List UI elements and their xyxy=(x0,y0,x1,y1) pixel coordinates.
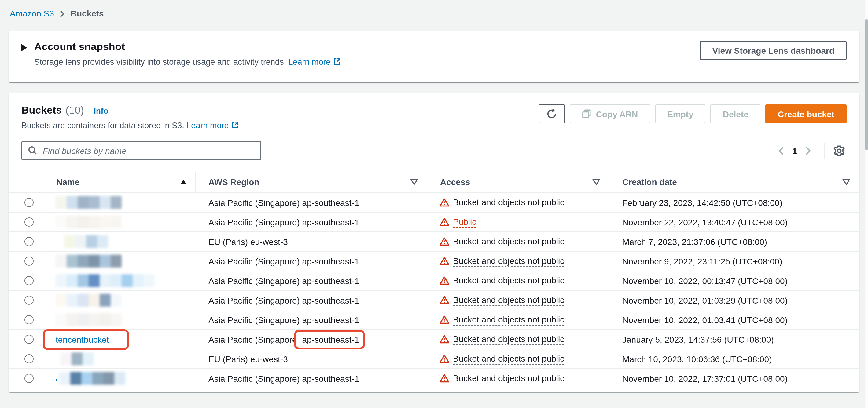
region-cell: Asia Pacific (Singapore) ap-southeast-1 xyxy=(195,217,427,227)
buckets-toolbar: Copy ARN Empty Delete Create bucket xyxy=(538,104,847,124)
row-select-cell xyxy=(9,374,43,383)
access-text[interactable]: Bucket and objects not public xyxy=(453,197,564,208)
next-page-button[interactable] xyxy=(801,143,815,158)
redacted-name xyxy=(56,255,122,268)
access-text[interactable]: Bucket and objects not public xyxy=(453,373,564,384)
redacted-name-wrap: . xyxy=(56,275,155,284)
table-header-row: Name AWS Region Access Creation dat xyxy=(9,172,859,193)
filter-icon[interactable] xyxy=(410,179,418,185)
empty-button[interactable]: Empty xyxy=(655,104,706,124)
column-header-aws-region[interactable]: AWS Region xyxy=(195,172,427,193)
info-link[interactable]: Info xyxy=(94,106,108,115)
scrollbar-thumb[interactable] xyxy=(865,19,868,150)
account-snapshot-description: Storage lens provides visibility into st… xyxy=(34,58,341,67)
row-select-cell xyxy=(9,354,43,364)
region-text: Asia Pacific (Singapore) ap-southeast-1 xyxy=(209,315,359,325)
region-cell: EU (Paris) eu-west-3 xyxy=(195,354,427,364)
buckets-description: Buckets are containers for data stored i… xyxy=(21,121,239,131)
external-link-icon xyxy=(231,121,239,131)
sort-ascending-icon[interactable] xyxy=(180,179,186,184)
create-bucket-button[interactable]: Create bucket xyxy=(766,104,847,124)
filter-icon[interactable] xyxy=(842,179,850,185)
row-radio-button[interactable] xyxy=(24,257,33,266)
search-input[interactable] xyxy=(43,146,254,156)
expand-caret-icon[interactable] xyxy=(21,44,27,51)
breadcrumb-amazon-s3-link[interactable]: Amazon S3 xyxy=(10,8,54,18)
bucket-name-link[interactable]: tencentbucket xyxy=(56,334,109,344)
access-text[interactable]: Bucket and objects not public xyxy=(453,275,564,286)
pagination: 1 xyxy=(774,143,847,159)
creation-date-cell: March 7, 2023, 21:37:06 (UTC+08:00) xyxy=(609,237,859,246)
row-radio-button[interactable] xyxy=(24,296,33,305)
column-header-name[interactable]: Name xyxy=(43,172,195,193)
access-text[interactable]: Public xyxy=(453,216,476,228)
refresh-button[interactable] xyxy=(538,104,565,124)
access-text[interactable]: Bucket and objects not public xyxy=(453,353,564,364)
access-cell: Bucket and objects not public xyxy=(427,295,609,306)
access-cell: Bucket and objects not public xyxy=(427,197,609,208)
access-text[interactable]: Bucket and objects not public xyxy=(453,314,564,325)
chevron-left-icon xyxy=(778,146,784,156)
redacted-name xyxy=(59,372,125,385)
row-radio-button[interactable] xyxy=(24,374,33,383)
preferences-button[interactable] xyxy=(832,143,847,158)
access-text[interactable]: Bucket and objects not public xyxy=(453,256,564,267)
row-radio-button[interactable] xyxy=(24,335,33,344)
creation-date-cell: November 10, 2022, 17:37:01 (UTC+08:00) xyxy=(609,373,859,383)
redacted-name-prefix-dot: . xyxy=(56,373,58,382)
breadcrumb: Amazon S3 Buckets xyxy=(10,8,859,18)
row-radio-button[interactable] xyxy=(24,315,33,324)
buckets-title: Buckets xyxy=(21,104,62,117)
redacted-name-wrap: . xyxy=(56,295,122,304)
buckets-learn-more-link[interactable]: Learn more xyxy=(186,121,239,130)
access-text[interactable]: Bucket and objects not public xyxy=(453,295,564,306)
filter-icon[interactable] xyxy=(592,179,600,185)
warning-icon xyxy=(439,276,449,285)
creation-date-text: November 10, 2022, 00:13:47 (UTC+08:00) xyxy=(622,276,787,285)
warning-icon xyxy=(439,374,449,383)
delete-button[interactable]: Delete xyxy=(711,104,761,124)
row-radio-button[interactable] xyxy=(24,198,33,207)
column-header-creation-date[interactable]: Creation date xyxy=(609,172,859,193)
bucket-name-cell: . xyxy=(43,313,195,326)
warning-icon xyxy=(439,335,449,344)
row-radio-button[interactable] xyxy=(24,237,33,246)
current-page-number[interactable]: 1 xyxy=(792,146,797,156)
access-text[interactable]: Bucket and objects not public xyxy=(453,334,564,345)
row-radio-button[interactable] xyxy=(24,276,33,285)
table-row: . Asia Pacific (Singapore) ap-southeast-… xyxy=(9,310,859,329)
row-radio-button[interactable] xyxy=(24,217,33,227)
storage-lens-learn-more-link[interactable]: Learn more xyxy=(288,58,341,67)
table-body: . Asia Pacific (Singapore) ap-southeast-… xyxy=(9,193,859,388)
previous-page-button[interactable] xyxy=(774,143,788,158)
copy-arn-button[interactable]: Copy ARN xyxy=(570,104,650,124)
view-storage-lens-dashboard-button[interactable]: View Storage Lens dashboard xyxy=(700,41,847,60)
bucket-name-cell: . xyxy=(43,274,195,287)
buckets-panel: Buckets (10) Info Buckets are containers… xyxy=(9,93,859,392)
access-cell: Public xyxy=(427,216,609,228)
bucket-name-link-wrap: tencentbucket xyxy=(56,334,109,344)
row-radio-button[interactable] xyxy=(24,354,33,364)
table-row: . EU (Paris) eu-west-3 Bucket and object… xyxy=(9,349,859,368)
table-row: . Asia Pacific (Singapore) ap-southeast-… xyxy=(9,212,859,232)
creation-date-text: January 5, 2023, 14:37:56 (UTC+08:00) xyxy=(622,334,774,344)
region-text: Asia Pacific (Singapore) ap-southeast-1 xyxy=(209,295,359,305)
table-row: . Asia Pacific (Singapore) ap-southeast-… xyxy=(9,368,859,388)
find-buckets-search xyxy=(21,141,261,160)
bucket-name-cell: tencentbucket . xyxy=(43,334,195,344)
bucket-name-cell: . xyxy=(43,196,195,209)
access-text[interactable]: Bucket and objects not public xyxy=(453,236,564,247)
creation-date-text: November 10, 2022, 01:03:41 (UTC+08:00) xyxy=(622,315,787,325)
table-row: . Asia Pacific (Singapore) ap-southeast-… xyxy=(9,193,859,212)
column-header-access[interactable]: Access xyxy=(427,172,609,193)
region-cell: Asia Pacific (Singapore) ap-southeast-1 xyxy=(195,198,427,207)
redacted-name-wrap: . xyxy=(56,373,125,382)
row-select-cell xyxy=(9,217,43,227)
region-cell: Asia Pacific (Singapore) ap-southeast-1 xyxy=(195,373,427,383)
redacted-name-wrap: . xyxy=(56,255,122,265)
creation-date-text: November 10, 2022, 01:03:29 (UTC+08:00) xyxy=(622,295,787,305)
buckets-table: Name AWS Region Access Creation dat xyxy=(9,172,859,388)
page-scrollbar[interactable] xyxy=(865,0,868,408)
access-cell: Bucket and objects not public xyxy=(427,314,609,325)
table-row: . Asia Pacific (Singapore) ap-southeast-… xyxy=(9,271,859,290)
